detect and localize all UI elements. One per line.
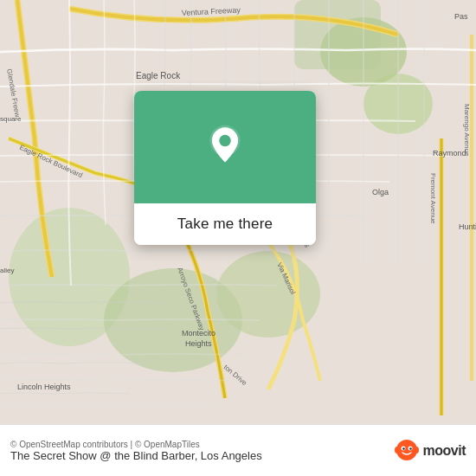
venue-name: The Secret Show @ the Blind Barber, Los … — [10, 449, 387, 462]
map-attribution: © OpenStreetMap contributors | © OpenMap… — [10, 440, 387, 449]
svg-text:Pas: Pas — [454, 12, 468, 21]
svg-point-36 — [395, 447, 400, 453]
svg-point-35 — [409, 447, 412, 450]
moovit-logo: moovit — [394, 438, 466, 464]
location-pin-icon — [203, 125, 248, 170]
svg-text:Olga: Olga — [372, 188, 389, 196]
svg-text:Montecito: Montecito — [182, 329, 215, 338]
location-card: Take me there — [134, 91, 316, 245]
svg-point-37 — [414, 447, 419, 453]
svg-text:Lincoln Heights: Lincoln Heights — [17, 383, 71, 391]
card-map-top — [134, 91, 316, 203]
bottom-content: © OpenStreetMap contributors | © OpenMap… — [10, 438, 466, 464]
venue-info: © OpenStreetMap contributors | © OpenMap… — [10, 440, 387, 462]
svg-rect-6 — [294, 0, 381, 69]
svg-text:alley: alley — [0, 267, 14, 274]
svg-text:square: square — [0, 115, 22, 123]
svg-text:Eagle Rock: Eagle Rock — [136, 71, 181, 80]
bottom-bar: © OpenStreetMap contributors | © OpenMap… — [0, 424, 476, 476]
svg-text:Fremont Avenue: Fremont Avenue — [429, 173, 437, 224]
moovit-brand-name: moovit — [423, 443, 466, 459]
map-container[interactable]: Ventura Freeway Glendale Freew Eagle Roc… — [0, 0, 476, 424]
take-me-there-button[interactable]: Take me there — [134, 203, 316, 245]
svg-point-34 — [402, 447, 405, 450]
moovit-mascot-icon — [394, 438, 420, 464]
svg-point-30 — [219, 135, 230, 146]
svg-text:Hunti: Hunti — [459, 222, 476, 231]
svg-text:Raymond: Raymond — [433, 149, 466, 158]
svg-text:Heights: Heights — [185, 339, 212, 348]
